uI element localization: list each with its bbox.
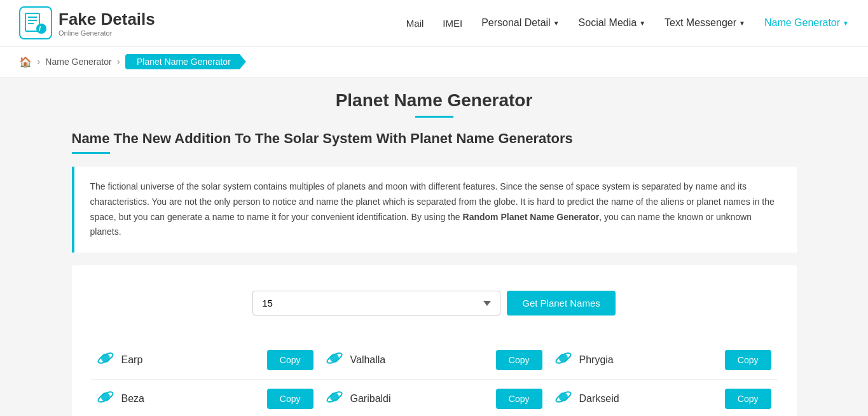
result-item: Phrygia Copy: [549, 341, 778, 380]
breadcrumb-separator: ›: [37, 56, 40, 67]
copy-button[interactable]: Copy: [496, 350, 542, 370]
result-item: Darkseid Copy: [549, 380, 778, 416]
page-title-underline: [415, 116, 453, 118]
home-icon[interactable]: 🏠: [19, 56, 32, 68]
planet-name: Beza: [121, 393, 259, 405]
main-nav: Mail IMEI Personal Detail ▼ Social Media…: [406, 17, 849, 29]
breadcrumb-separator-2: ›: [117, 56, 120, 67]
page-title-wrap: Planet Name Generator: [72, 90, 797, 118]
result-item: Valhalla Copy: [320, 341, 549, 380]
planet-icon: [97, 389, 114, 409]
generator-box: 5 10 15 20 25 30 Get Planet Names Earp C…: [72, 265, 797, 416]
description-box: The fictional universe of the solar syst…: [72, 167, 797, 253]
header: i Fake Details Online Generator Mail IME…: [0, 0, 868, 46]
description-bold: Random Planet Name Generator: [463, 212, 600, 222]
logo[interactable]: i Fake Details Online Generator: [19, 6, 155, 39]
planet-icon: [97, 350, 114, 370]
controls-row: 5 10 15 20 25 30 Get Planet Names: [91, 291, 778, 315]
logo-subtitle: Online Generator: [59, 29, 155, 37]
copy-button[interactable]: Copy: [725, 350, 771, 370]
result-item: Beza Copy: [91, 380, 320, 416]
section-heading-underline: [72, 152, 110, 154]
planet-icon: [555, 350, 572, 370]
planet-name: Valhalla: [350, 354, 488, 366]
page-title: Planet Name Generator: [72, 90, 797, 111]
chevron-down-icon: ▼: [639, 20, 645, 27]
quantity-select[interactable]: 5 10 15 20 25 30: [252, 291, 500, 315]
nav-personal-detail[interactable]: Personal Detail ▼: [481, 17, 559, 29]
svg-point-4: [36, 24, 46, 34]
planet-name: Garibaldi: [350, 393, 488, 405]
chevron-down-icon: ▼: [553, 20, 560, 27]
nav-imei[interactable]: IMEI: [443, 18, 462, 29]
planet-name: Phrygia: [579, 354, 717, 366]
get-planet-names-button[interactable]: Get Planet Names: [507, 291, 616, 315]
planet-name: Earp: [121, 354, 259, 366]
breadcrumb-current: Planet Name Generator: [125, 54, 246, 69]
logo-icon: i: [19, 6, 52, 39]
chevron-down-teal-icon: ▼: [843, 20, 849, 27]
copy-button[interactable]: Copy: [496, 389, 542, 409]
planet-name: Darkseid: [579, 393, 717, 405]
logo-title: Fake Details: [59, 10, 155, 29]
copy-button[interactable]: Copy: [267, 389, 313, 409]
breadcrumb-name-generator[interactable]: Name Generator: [45, 57, 111, 67]
nav-text-messenger[interactable]: Text Messenger ▼: [665, 17, 745, 29]
planet-icon: [555, 389, 572, 409]
chevron-down-icon: ▼: [739, 20, 745, 27]
nav-social-media[interactable]: Social Media ▼: [579, 17, 646, 29]
copy-button[interactable]: Copy: [267, 350, 313, 370]
breadcrumb-bar: 🏠 › Name Generator › Planet Name Generat…: [0, 46, 868, 78]
result-item: Garibaldi Copy: [320, 380, 549, 416]
section-heading: Name The New Addition To The Solar Syste…: [72, 130, 797, 154]
copy-button[interactable]: Copy: [725, 389, 771, 409]
results-grid: Earp Copy Valhalla Copy Phrygia Copy Bez…: [91, 341, 778, 416]
nav-mail[interactable]: Mail: [406, 18, 424, 29]
planet-icon: [326, 350, 343, 370]
planet-icon: [326, 389, 343, 409]
nav-name-generator[interactable]: Name Generator ▼: [764, 17, 849, 29]
result-item: Earp Copy: [91, 341, 320, 380]
main-content: Planet Name Generator Name The New Addit…: [53, 78, 816, 416]
